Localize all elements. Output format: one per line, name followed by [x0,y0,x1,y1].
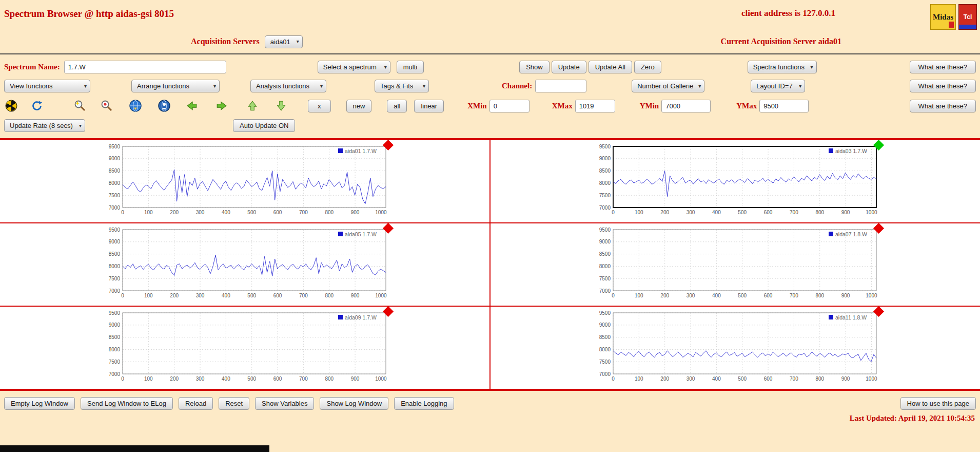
auto-update-button[interactable]: Auto Update ON [233,119,295,132]
arrange-functions-wrap: Arrange functions [90,80,220,92]
svg-text:0: 0 [612,293,615,298]
channel-input[interactable] [535,80,586,92]
spectrum-row: Spectrum Name: Select a spectrum multi S… [0,54,980,73]
svg-text:500: 500 [738,210,747,215]
svg-text:9500: 9500 [109,227,121,233]
svg-text:500: 500 [247,210,256,215]
spectrum-panel-aida07: 7000750080008500900095000100200300400500… [491,223,980,306]
update-rate-dropdown[interactable]: Update Rate (8 secs) [4,119,85,132]
how-to-use-button[interactable]: How to use this page [900,397,976,410]
svg-text:700: 700 [299,210,308,215]
reload-button[interactable]: Reload [179,397,213,410]
x-button[interactable]: x [308,100,331,112]
midas-logo[interactable]: Midas [930,4,956,30]
svg-text:400: 400 [222,293,230,298]
spectrum-chart-aida01[interactable]: 7000750080008500900095000100200300400500… [101,142,388,219]
send-log-to-elog-button[interactable]: Send Log Window to ELog [81,397,173,410]
view-functions-dropdown[interactable]: View functions [4,80,90,92]
tcl-logo[interactable]: Tcl [958,4,977,30]
spectrum-browser-app: Spectrum Browser @ http aidas-gsi 8015 c… [0,0,980,452]
svg-text:200: 200 [660,293,669,298]
arrow-up-icon[interactable] [245,99,260,113]
arrow-right-icon[interactable] [214,99,229,113]
tags-fits-dropdown[interactable]: Tags & Fits [375,80,429,92]
svg-text:100: 100 [144,376,153,382]
spectrum-name-input[interactable] [64,61,226,73]
bottom-status-strip [0,445,269,452]
svg-text:8000: 8000 [109,180,121,186]
spectrum-panel-aida11: 7000750080008500900095000100200300400500… [491,307,980,389]
radiation-icon[interactable] [4,99,18,113]
arrow-left-glyph [185,100,199,111]
chart-wrap: 7000750080008500900095000100200300400500… [101,142,388,220]
zero-button[interactable]: Zero [634,61,661,73]
zoom-in-magnifier-icon[interactable] [73,99,87,113]
enable-logging-button[interactable]: Enable Logging [394,397,454,410]
refresh-icon[interactable] [30,99,44,113]
arrow-down-icon[interactable] [274,99,288,113]
svg-text:7000: 7000 [109,205,121,211]
all-button[interactable]: all [387,100,407,112]
ymax-input[interactable] [759,100,809,112]
xmin-input[interactable] [489,100,530,112]
arrow-left-icon[interactable] [185,99,199,113]
spectrum-chart-aida05[interactable]: 7000750080008500900095000100200300400500… [101,225,388,303]
svg-text:600: 600 [764,210,773,215]
what-are-these-button-3[interactable]: What are these? [910,100,976,112]
svg-text:1000: 1000 [375,376,387,382]
multi-button[interactable]: multi [397,61,424,73]
svg-text:7000: 7000 [109,371,121,377]
layout-id-dropdown[interactable]: Layout ID=7 [751,80,805,92]
svg-text:400: 400 [712,210,721,215]
svg-text:200: 200 [660,210,669,215]
linear-button[interactable]: linear [414,100,444,112]
spectrum-name-label: Spectrum Name: [4,63,60,71]
spectra-functions-dropdown[interactable]: Spectra functions [748,61,817,73]
show-button[interactable]: Show [519,61,550,73]
svg-text:7500: 7500 [109,193,121,198]
acquisition-server-select[interactable]: aida01 [265,35,303,48]
reset-button[interactable]: Reset [219,397,249,410]
svg-text:8500: 8500 [109,251,121,257]
svg-text:9000: 9000 [109,322,121,328]
svg-text:aida07 1.8.W: aida07 1.8.W [835,231,867,237]
spectrum-chart-aida11[interactable]: 7000750080008500900095000100200300400500… [592,309,879,386]
show-log-window-button[interactable]: Show Log Window [320,397,388,410]
number-of-galleries-dropdown[interactable]: Number of Galleries [632,80,704,92]
globe-arrows-icon[interactable] [128,99,143,113]
chart-wrap: 7000750080008500900095000100200300400500… [101,225,388,304]
analysis-functions-dropdown[interactable]: Analysis functions [250,80,326,92]
new-button[interactable]: new [346,100,372,112]
show-variables-button[interactable]: Show Variables [255,397,314,410]
globe-person-icon[interactable] [157,99,171,113]
what-are-these-button-2[interactable]: What are these? [910,80,976,92]
spectrum-chart-aida07[interactable]: 7000750080008500900095000100200300400500… [592,225,879,303]
svg-text:9500: 9500 [109,144,121,149]
select-spectrum-dropdown[interactable]: Select a spectrum [318,61,390,73]
svg-text:1000: 1000 [375,210,387,215]
spectrum-panel-aida05: 7000750080008500900095000100200300400500… [0,223,489,306]
server-row: Acquisition Servers aida01 Current Acqui… [0,30,980,54]
svg-text:700: 700 [299,293,308,298]
update-all-button[interactable]: Update All [589,61,632,73]
svg-text:aida05 1.7.W: aida05 1.7.W [345,231,377,237]
arrange-functions-dropdown[interactable]: Arrange functions [131,80,220,92]
tcl-logo-text: Tcl [964,13,972,21]
what-are-these-button-1[interactable]: What are these? [910,61,976,73]
svg-text:200: 200 [170,376,179,382]
svg-text:9000: 9000 [109,156,121,161]
svg-text:600: 600 [273,376,282,382]
header: Spectrum Browser @ http aidas-gsi 8015 c… [0,0,980,30]
svg-text:7500: 7500 [109,276,121,281]
update-button[interactable]: Update [552,61,586,73]
svg-text:400: 400 [712,293,721,298]
xmax-input[interactable] [575,100,615,112]
svg-text:9500: 9500 [599,227,611,233]
zoom-out-magnifier-icon[interactable] [100,99,114,113]
empty-log-window-button[interactable]: Empty Log Window [4,397,75,410]
last-updated-text: Last Updated: April 19, 2021 10:54:35 [0,414,980,423]
spectrum-chart-aida03[interactable]: 7000750080008500900095000100200300400500… [592,142,879,219]
spectrum-chart-aida09[interactable]: 7000750080008500900095000100200300400500… [101,309,388,386]
svg-text:600: 600 [764,376,773,382]
ymin-input[interactable] [661,100,711,112]
